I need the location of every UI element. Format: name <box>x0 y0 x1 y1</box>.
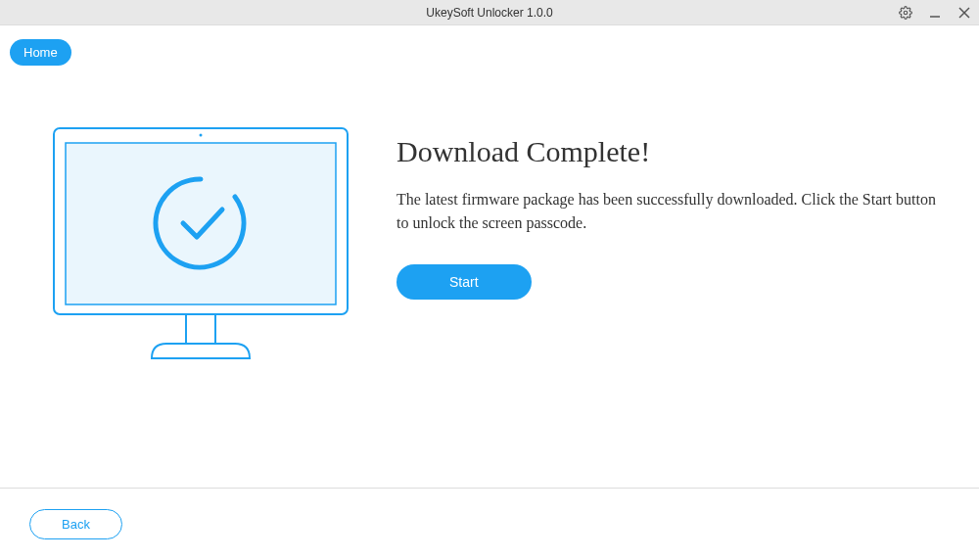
gear-icon[interactable] <box>899 6 912 20</box>
svg-point-5 <box>200 134 203 137</box>
start-button[interactable]: Start <box>396 264 532 300</box>
page-heading: Download Complete! <box>396 135 940 168</box>
start-button-label: Start <box>449 274 479 290</box>
back-button-label: Back <box>62 517 90 532</box>
svg-rect-6 <box>66 143 336 304</box>
back-button[interactable]: Back <box>29 509 122 539</box>
window-title: UkeySoft Unlocker 1.0.0 <box>426 6 552 20</box>
monitor-checkmark-illustration <box>44 123 357 378</box>
page-description: The latest firmware package has been suc… <box>396 188 940 235</box>
main-content: Download Complete! The latest firmware p… <box>0 25 979 378</box>
close-icon[interactable] <box>957 6 971 20</box>
titlebar: UkeySoft Unlocker 1.0.0 <box>0 0 979 25</box>
window-controls <box>899 6 971 20</box>
svg-point-0 <box>904 11 908 15</box>
text-section: Download Complete! The latest firmware p… <box>396 123 940 378</box>
footer: Back <box>0 488 979 560</box>
home-tab-label: Home <box>23 45 58 60</box>
minimize-icon[interactable] <box>928 6 942 20</box>
home-tab[interactable]: Home <box>10 39 71 66</box>
